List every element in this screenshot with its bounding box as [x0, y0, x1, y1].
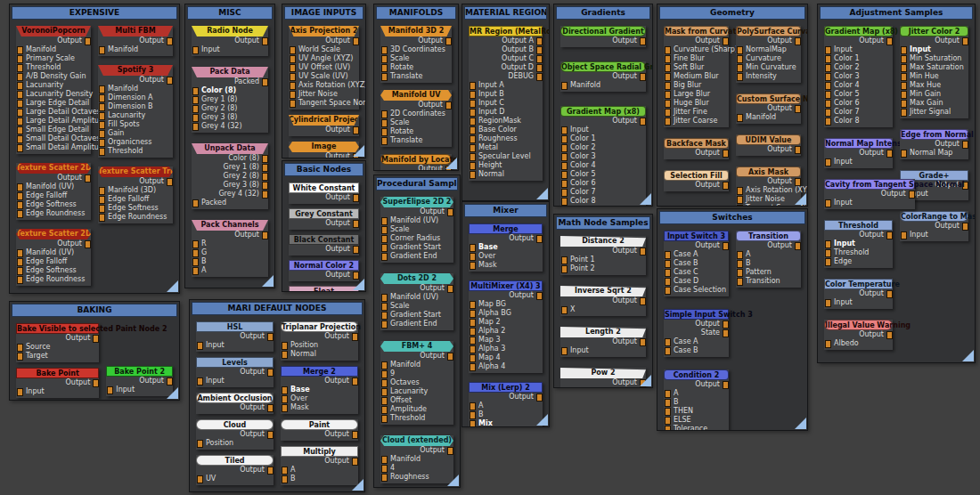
node-header[interactable]: Merge 2 [281, 366, 358, 377]
node-header[interactable]: Bake Point [16, 368, 99, 378]
output-socket-icon[interactable] [447, 285, 453, 293]
input-port-row[interactable]: Transition [736, 277, 801, 286]
input-port-row[interactable]: Map 2 [469, 318, 543, 327]
node-header[interactable]: Merge [469, 223, 543, 234]
input-socket-icon[interactable] [825, 340, 831, 348]
group-title[interactable]: Adjustment Samples [820, 6, 973, 20]
group-resize-handle-icon[interactable] [167, 280, 178, 292]
input-socket-icon[interactable] [665, 260, 671, 268]
input-socket-icon[interactable] [282, 475, 288, 483]
output-port-row[interactable]: Output [289, 37, 359, 45]
input-socket-icon[interactable] [470, 82, 476, 90]
output-socket-icon[interactable] [536, 292, 543, 300]
group-material-regions[interactable]: MATERIAL REGIONSMR Region (MetalRough) 2… [461, 4, 550, 201]
group-title[interactable]: Mixer [464, 204, 547, 217]
input-port-row[interactable]: Scale [380, 225, 453, 234]
input-socket-icon[interactable] [825, 55, 831, 63]
output-socket-icon[interactable] [262, 173, 268, 181]
input-socket-icon[interactable] [470, 162, 476, 170]
group-title[interactable]: IMAGE INPUTS [284, 6, 363, 20]
input-socket-icon[interactable] [17, 353, 23, 361]
output-socket-icon[interactable] [640, 297, 646, 305]
input-port-row[interactable]: Color 5 [560, 170, 646, 179]
node-tiled[interactable]: TiledOutputUV [196, 455, 274, 485]
output-socket-icon[interactable] [640, 118, 646, 126]
node-header[interactable]: Normal Map Intensity [824, 138, 893, 149]
input-socket-icon[interactable] [381, 406, 388, 414]
input-socket-icon[interactable] [665, 118, 671, 126]
group-mari-default[interactable]: MARI DEFAULT NODESHSLOutputInputLevelsOu… [189, 299, 365, 492]
input-port-row[interactable]: Medium Blur [664, 72, 729, 81]
input-port-row[interactable]: Curvature (Sharp) [664, 45, 729, 54]
node-selection-fill[interactable]: Selection FillOutput [664, 170, 729, 191]
input-port-row[interactable]: Color 2 [824, 63, 893, 72]
input-socket-icon[interactable] [282, 342, 288, 350]
node-edge-from-normal-map[interactable]: Edge from Normal MapOutputNormal Map [900, 129, 968, 159]
input-port-row[interactable]: UV Scale (UV) [289, 72, 359, 81]
input-port-row[interactable]: Point 1 [560, 256, 646, 264]
input-port-row[interactable]: Mix [469, 419, 543, 427]
input-port-row[interactable]: Jitter Coarse [664, 117, 729, 126]
node-header[interactable]: Cloud [196, 419, 274, 430]
input-port-row[interactable]: G [192, 248, 268, 257]
output-socket-icon[interactable] [353, 194, 359, 202]
input-socket-icon[interactable] [561, 162, 568, 170]
node-header[interactable]: Length 2 [560, 327, 646, 337]
output-port-row[interactable]: State [664, 329, 729, 337]
input-port-row[interactable]: Edge [824, 257, 893, 266]
input-socket-icon[interactable] [825, 73, 831, 81]
output-port-row[interactable]: Output [192, 37, 268, 45]
input-socket-icon[interactable] [470, 328, 476, 336]
input-socket-icon[interactable] [290, 100, 296, 108]
input-socket-icon[interactable] [192, 96, 199, 104]
input-socket-icon[interactable] [901, 73, 907, 81]
input-port-row[interactable]: Intensity [736, 72, 801, 81]
input-socket-icon[interactable] [99, 196, 105, 204]
input-port-row[interactable]: Max Hue [900, 81, 968, 90]
input-socket-icon[interactable] [192, 123, 199, 131]
input-socket-icon[interactable] [737, 205, 743, 207]
output-socket-icon[interactable] [723, 321, 729, 329]
output-port-row[interactable]: Output [469, 291, 543, 300]
output-socket-icon[interactable] [262, 182, 268, 190]
node-radio-node[interactable]: Radio NodeOutputInput [192, 26, 268, 56]
input-port-row[interactable]: World Scale [289, 45, 359, 54]
node-header[interactable]: Texture Scatter 2D X4 [16, 229, 91, 239]
node-axis-mask[interactable]: Axis MaskOutputAxis Rotation (XYZ)Jitter… [736, 166, 801, 207]
output-socket-icon[interactable] [886, 290, 893, 298]
node-header[interactable]: Cloud (extended) [380, 435, 453, 446]
node-multi-fbm[interactable]: Multi FBMOutputManifold [98, 26, 173, 56]
output-port-row[interactable]: Output B [469, 45, 543, 54]
input-socket-icon[interactable] [665, 100, 671, 108]
input-port-row[interactable]: Manifold [736, 113, 801, 122]
input-port-row[interactable]: Manifold (UV) [380, 293, 453, 302]
output-port-row[interactable]: Grey 1 (8) [192, 163, 268, 172]
input-port-row[interactable]: Large Blur [664, 90, 729, 99]
input-port-row[interactable]: Scale [380, 302, 453, 311]
input-socket-icon[interactable] [381, 217, 388, 225]
input-socket-icon[interactable] [192, 105, 199, 113]
output-port-row[interactable]: Output [664, 380, 729, 389]
output-port-row[interactable]: Color (8) [192, 154, 268, 163]
node-header[interactable]: MultiMixer (X4) 3 [469, 280, 543, 291]
input-socket-icon[interactable] [665, 399, 671, 407]
group-resize-handle-icon[interactable] [536, 188, 548, 199]
input-port-row[interactable]: Edge Falloff [98, 195, 173, 204]
input-socket-icon[interactable] [17, 73, 23, 81]
input-port-row[interactable]: Small Edge Detail [16, 126, 91, 134]
input-socket-icon[interactable] [470, 262, 476, 270]
node-header[interactable]: PolySurface Curvature [736, 26, 801, 37]
input-socket-icon[interactable] [665, 347, 671, 355]
node-object-space-radial-gradient-3[interactable]: Object Space Radial Gradient 3OutputMani… [560, 61, 646, 92]
input-port-row[interactable]: Edge Roundness [16, 275, 91, 284]
input-port-row[interactable]: Large Edge Detail [16, 99, 91, 108]
input-socket-icon[interactable] [381, 128, 388, 136]
input-port-row[interactable]: Normal [469, 170, 543, 179]
input-port-row[interactable]: ELSE [664, 416, 729, 425]
output-socket-icon[interactable] [795, 105, 801, 113]
group-resize-handle-icon[interactable] [445, 158, 457, 169]
input-socket-icon[interactable] [470, 402, 476, 410]
input-port-row[interactable]: Input D [469, 108, 543, 117]
input-port-row[interactable]: Mask [469, 261, 543, 270]
input-port-row[interactable]: Small Detail Amplitude [16, 143, 91, 152]
